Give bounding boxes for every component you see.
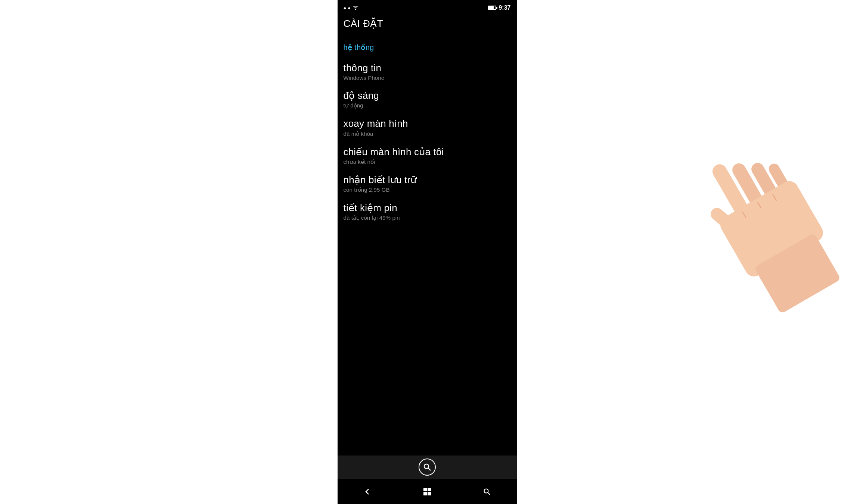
nav-bar: [338, 479, 517, 504]
menu-item-title-do-sang: độ sáng: [344, 90, 511, 101]
status-bar: ● ● 9:37: [338, 0, 517, 14]
menu-item-do-sang[interactable]: độ sáng tự động: [344, 86, 511, 114]
menu-item-title-pin: tiết kiệm pin: [344, 202, 511, 214]
menu-item-chieu-man-hinh[interactable]: chiếu màn hình của tôi chưa kết nối: [344, 143, 511, 170]
search-icon: [423, 463, 431, 471]
search-circle[interactable]: [419, 458, 436, 476]
windows-logo-icon: [423, 488, 431, 495]
svg-rect-8: [708, 205, 743, 238]
svg-rect-6: [749, 161, 783, 208]
menu-item-title-xoay: xoay màn hình: [344, 118, 511, 129]
svg-line-11: [743, 212, 746, 218]
search-bar[interactable]: [338, 456, 517, 479]
menu-item-title-chieu: chiếu màn hình của tôi: [344, 146, 511, 158]
page-title: CÀI ĐẶT: [338, 14, 517, 37]
scene: ● ● 9:37 CÀI ĐẶT: [0, 0, 854, 504]
content-area: hệ thống thông tin Windows Phone độ sáng…: [338, 37, 517, 456]
svg-rect-5: [730, 161, 768, 214]
menu-item-subtitle-do-sang: tự động: [344, 102, 511, 109]
pointing-hand-icon: [660, 119, 854, 343]
svg-line-3: [488, 492, 490, 495]
svg-line-12: [758, 202, 761, 208]
home-button[interactable]: [416, 484, 438, 499]
menu-item-title-thong-tin: thông tin: [344, 62, 511, 74]
menu-item-subtitle-pin: đã tắt, còn lại 49% pin: [344, 215, 511, 221]
svg-point-2: [484, 489, 488, 493]
menu-item-subtitle-luu-tru: còn trống 2,95 GB: [344, 187, 511, 193]
menu-item-xoay-man-hinh[interactable]: xoay màn hình đã mở khóa: [344, 114, 511, 142]
svg-point-0: [424, 464, 429, 469]
wifi-icon: [352, 5, 359, 10]
svg-line-1: [428, 468, 431, 471]
signal-2-icon: ●: [348, 5, 351, 11]
search-button[interactable]: [476, 484, 498, 499]
menu-item-subtitle-xoay: đã mở khóa: [344, 131, 511, 137]
back-button[interactable]: [356, 484, 379, 499]
svg-line-13: [773, 194, 776, 200]
section-header: hệ thống: [344, 43, 511, 52]
status-left: ● ●: [344, 5, 359, 11]
nav-search-icon: [483, 488, 491, 495]
menu-item-tiet-kiem-pin[interactable]: tiết kiệm pin đã tắt, còn lại 49% pin: [344, 198, 511, 226]
menu-item-luu-tru[interactable]: nhận biết lưu trữ còn trống 2,95 GB: [344, 170, 511, 198]
svg-rect-4: [710, 162, 751, 219]
svg-rect-10: [754, 233, 841, 314]
menu-item-title-luu-tru: nhận biết lưu trữ: [344, 174, 511, 186]
menu-item-subtitle-thong-tin: Windows Phone: [344, 75, 511, 81]
hand-gesture: [660, 119, 854, 343]
menu-item-thong-tin[interactable]: thông tin Windows Phone: [344, 59, 511, 86]
back-icon: [363, 488, 372, 496]
signal-1-icon: ●: [344, 5, 347, 11]
svg-rect-7: [767, 162, 795, 200]
battery-icon: [488, 6, 496, 10]
svg-rect-9: [717, 178, 826, 280]
status-right: 9:37: [488, 4, 510, 11]
status-time: 9:37: [499, 4, 510, 11]
phone-frame: ● ● 9:37 CÀI ĐẶT: [338, 0, 517, 504]
menu-item-subtitle-chieu: chưa kết nối: [344, 159, 511, 165]
